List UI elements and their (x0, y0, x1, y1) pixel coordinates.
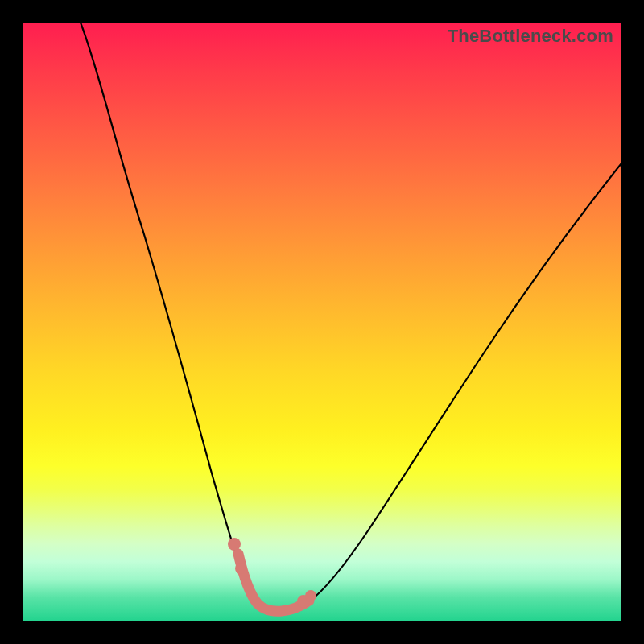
highlight-dot (228, 538, 241, 551)
bottleneck-curve (80, 23, 621, 610)
watermark-text: TheBottleneck.com (448, 26, 613, 47)
outer-frame: TheBottleneck.com (0, 0, 644, 644)
highlight-dot (235, 563, 246, 574)
plot-area: TheBottleneck.com (23, 23, 621, 621)
curve-layer (23, 23, 621, 621)
highlight-dot (305, 590, 316, 601)
